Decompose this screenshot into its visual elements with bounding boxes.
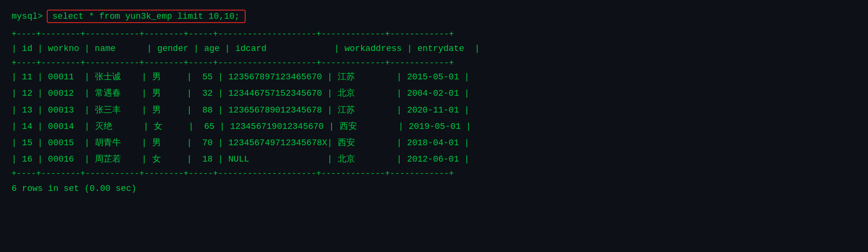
bottom-divider: +----+--------+-----------+--------+----… bbox=[12, 167, 856, 180]
result-table: +----+--------+-----------+--------+----… bbox=[12, 28, 856, 180]
top-divider: +----+--------+-----------+--------+----… bbox=[12, 28, 856, 40]
header-row: | id | workno | name | gender | age | id… bbox=[12, 40, 856, 57]
header-cells: | id | workno | name | gender | age | id… bbox=[12, 44, 480, 53]
mid-divider: +----+--------+-----------+--------+----… bbox=[12, 57, 856, 69]
row-4: | 14 | 00014 | 灭绝 | 女 | 65 | 12345671901… bbox=[12, 122, 471, 131]
row-1: | 11 | 00011 | 张士诚 | 男 | 55 | 1235678971… bbox=[12, 72, 470, 82]
table-row: | 13 | 00013 | 张三丰 | 男 | 88 | 1236567890… bbox=[12, 102, 856, 118]
prompt-line: mysql> select * from yun3k_emp limit 10,… bbox=[12, 10, 856, 23]
table-row: | 11 | 00011 | 张士诚 | 男 | 55 | 1235678971… bbox=[12, 69, 856, 85]
prompt-prefix: mysql> bbox=[12, 12, 43, 21]
result-footer: 6 rows in set (0.00 sec) bbox=[12, 184, 856, 193]
row-2: | 12 | 00012 | 常遇春 | 男 | 32 | 1234467571… bbox=[12, 88, 470, 98]
table-row: | 16 | 00016 | 周芷若 | 女 | 18 | NULL | 北京 … bbox=[12, 151, 856, 167]
data-rows: | 11 | 00011 | 张士诚 | 男 | 55 | 1235678971… bbox=[12, 69, 856, 167]
table-row: | 14 | 00014 | 灭绝 | 女 | 65 | 12345671901… bbox=[12, 118, 856, 135]
table-row: | 15 | 00015 | 胡青牛 | 男 | 70 | 1234567497… bbox=[12, 135, 856, 151]
row-6: | 16 | 00016 | 周芷若 | 女 | 18 | NULL | 北京 … bbox=[12, 154, 470, 164]
table-row: | 12 | 00012 | 常遇春 | 男 | 32 | 1234467571… bbox=[12, 85, 856, 101]
sql-query[interactable]: select * from yun3k_emp limit 10,10; bbox=[47, 10, 246, 23]
row-3: | 13 | 00013 | 张三丰 | 男 | 88 | 1236567890… bbox=[12, 105, 470, 115]
row-5: | 15 | 00015 | 胡青牛 | 男 | 70 | 1234567497… bbox=[12, 138, 470, 148]
